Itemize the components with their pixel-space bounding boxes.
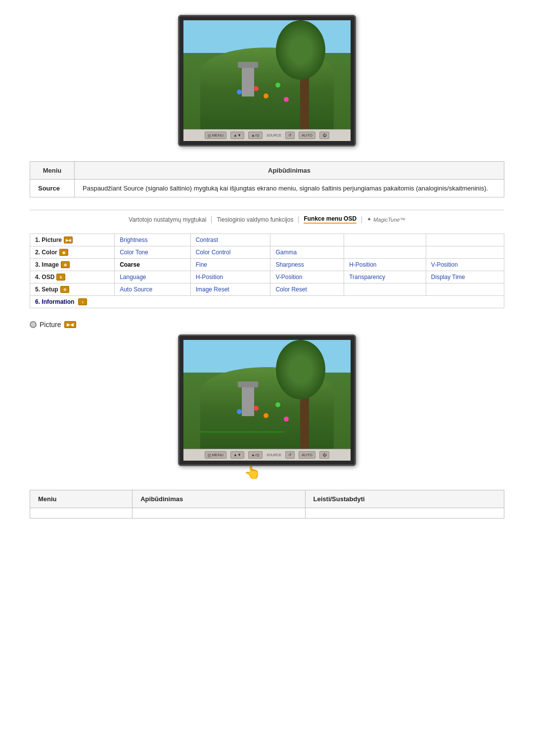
monitor-frame-1: ||| MENU ▲▼ ▲/◎ SOURCE ↺ AUTO ⏻ xyxy=(178,15,356,146)
setup-label: 5. Setup ⚙ xyxy=(35,286,109,293)
adjust-button-2[interactable]: ▲/◎ xyxy=(248,451,263,459)
menu-row-color: 2. Color ◉ Color Tone Color Control Gamm… xyxy=(30,246,504,259)
nav-link-2[interactable]: Tiesioginio valdymo funkcijos xyxy=(217,216,293,223)
nav-button-2[interactable]: ▲▼ xyxy=(230,451,244,459)
lantern-blue-2 xyxy=(237,409,242,414)
lantern-red xyxy=(254,86,259,91)
color-icon: ◉ xyxy=(59,249,68,256)
source-button-1[interactable]: ↺ xyxy=(285,132,295,139)
desc-col1-header: Meniu xyxy=(30,162,75,180)
source-button-2[interactable]: ↺ xyxy=(285,451,295,459)
osd-text: 4. OSD xyxy=(35,274,54,281)
desc-row1-text: Paspaudžiant Source (signalo šaltinio) m… xyxy=(75,180,504,197)
tree-canopy xyxy=(276,20,325,80)
picture-icon: ▶◀ xyxy=(64,236,73,243)
pagoda-2 xyxy=(242,386,254,416)
colorreset-item[interactable]: Color Reset xyxy=(270,284,344,296)
adjust-button-1[interactable]: ▲/◎ xyxy=(248,132,263,139)
picture-label: 1. Picture ▶◀ xyxy=(35,236,109,243)
nav-button-1[interactable]: ▲▼ xyxy=(230,132,244,139)
sharpness-item[interactable]: Sharpness xyxy=(270,259,344,271)
information-icon: i xyxy=(78,298,87,305)
picture-section: Picture ▶◀ xyxy=(30,321,504,480)
menu-item-color: 2. Color ◉ xyxy=(30,246,115,259)
empty-2b xyxy=(426,246,504,259)
monitor-section-2: ||| MENU ▲▼ ▲/◎ SOURCE ↺ AUTO ⏻ 👆 xyxy=(30,334,504,480)
empty-1b xyxy=(344,234,426,246)
nav-links: Vartotojo nustatymų mygtukai ┊ Tiesiogin… xyxy=(30,210,504,224)
vposition-image-item[interactable]: V-Position xyxy=(426,259,504,271)
monitor-2: ||| MENU ▲▼ ▲/◎ SOURCE ↺ AUTO ⏻ xyxy=(178,334,356,466)
coarse-item[interactable]: Coarse xyxy=(115,259,191,271)
menu-row-setup: 5. Setup ⚙ Auto Source Image Reset Color… xyxy=(30,284,504,296)
empty-5b xyxy=(426,284,504,296)
monitor-1: ||| MENU ▲▼ ▲/◎ SOURCE ↺ AUTO ⏻ xyxy=(178,15,356,146)
picture-heading-text: Picture xyxy=(40,321,61,329)
picture-badge: ▶◀ xyxy=(64,321,76,328)
menu-item-information: 6. Information i xyxy=(30,296,504,308)
garden-scene-2 xyxy=(183,340,351,449)
nav-link-3[interactable]: Funkce menu OSD xyxy=(304,215,356,224)
monitor-screen-2 xyxy=(183,340,351,449)
setup-icon: ⚙ xyxy=(60,286,69,293)
pagoda xyxy=(242,67,254,96)
language-item[interactable]: Language xyxy=(115,271,191,284)
bottom-row1-col1 xyxy=(30,508,133,519)
magictune-logo: MagicTune™ xyxy=(373,217,405,223)
empty-1c xyxy=(426,234,504,246)
brightness-item[interactable]: Brightness xyxy=(115,234,191,246)
bottom-col1-header: Meniu xyxy=(30,490,133,508)
vposition-osd-item[interactable]: V-Position xyxy=(270,271,344,284)
hposition-osd-item[interactable]: H-Position xyxy=(190,271,270,284)
lantern-orange xyxy=(264,94,268,98)
power-button-1[interactable]: ⏻ xyxy=(319,132,329,139)
tree-canopy-2 xyxy=(276,340,325,399)
menu-button-1[interactable]: ||| MENU xyxy=(205,132,226,139)
bottom-table: Meniu Apibūdinimas Leisti/Sustabdyti xyxy=(30,490,504,519)
bottom-row1-col3 xyxy=(305,508,504,519)
nav-link-1[interactable]: Vartotojo nustatymų mygtukai xyxy=(129,216,206,223)
auto-button-1[interactable]: AUTO xyxy=(299,132,315,139)
colortone-item[interactable]: Color Tone xyxy=(115,246,191,259)
monitor-screen-1 xyxy=(183,20,351,129)
empty-2a xyxy=(344,246,426,259)
menu-item-osd: 4. OSD E xyxy=(30,271,115,284)
osd-line xyxy=(200,431,284,432)
gamma-item[interactable]: Gamma xyxy=(270,246,344,259)
monitor-frame-2: ||| MENU ▲▼ ▲/◎ SOURCE ↺ AUTO ⏻ xyxy=(178,334,356,466)
monitor-controls-2: ||| MENU ▲▼ ▲/◎ SOURCE ↺ AUTO ⏻ xyxy=(183,449,351,461)
information-label: 6. Information i xyxy=(35,298,499,305)
picture-circle-icon xyxy=(30,321,37,328)
image-icon: ⊞ xyxy=(61,261,70,268)
autosource-item[interactable]: Auto Source xyxy=(115,284,191,296)
transparency-item[interactable]: Transparency xyxy=(344,271,426,284)
picture-heading: Picture ▶◀ xyxy=(30,321,504,329)
magic-logo-icon: ✦ xyxy=(367,216,371,223)
contrast-item[interactable]: Contrast xyxy=(190,234,270,246)
information-text: 6. Information xyxy=(35,298,74,305)
hposition-image-item[interactable]: H-Position xyxy=(344,259,426,271)
desc-col2-header: Apibūdinimas xyxy=(75,162,504,180)
colorcontrol-item[interactable]: Color Control xyxy=(190,246,270,259)
setup-text: 5. Setup xyxy=(35,286,58,293)
nav-sep-3: ┊ xyxy=(360,216,363,223)
bottom-row1-col2 xyxy=(133,508,305,519)
color-label: 2. Color ◉ xyxy=(35,249,109,256)
imagereset-item[interactable]: Image Reset xyxy=(190,284,270,296)
menu-item-picture: 1. Picture ▶◀ xyxy=(30,234,115,246)
menu-item-setup: 5. Setup ⚙ xyxy=(30,284,115,296)
fine-item[interactable]: Fine xyxy=(190,259,270,271)
monitor-controls-1: ||| MENU ▲▼ ▲/◎ SOURCE ↺ AUTO ⏻ xyxy=(183,129,351,141)
osd-icon: E xyxy=(56,274,65,281)
lantern-pink xyxy=(284,97,289,102)
empty-1a xyxy=(270,234,344,246)
image-label: 3. Image ⊞ xyxy=(35,261,109,268)
empty-5a xyxy=(344,284,426,296)
lantern-green xyxy=(275,83,280,88)
menu-button-2[interactable]: ||| MENU xyxy=(205,451,226,459)
menu-row-information: 6. Information i xyxy=(30,296,504,308)
lantern-blue xyxy=(237,90,242,94)
auto-button-2[interactable]: AUTO xyxy=(299,451,315,459)
displaytime-item[interactable]: Display Time xyxy=(426,271,504,284)
power-button-2[interactable]: ⏻ xyxy=(319,451,329,459)
